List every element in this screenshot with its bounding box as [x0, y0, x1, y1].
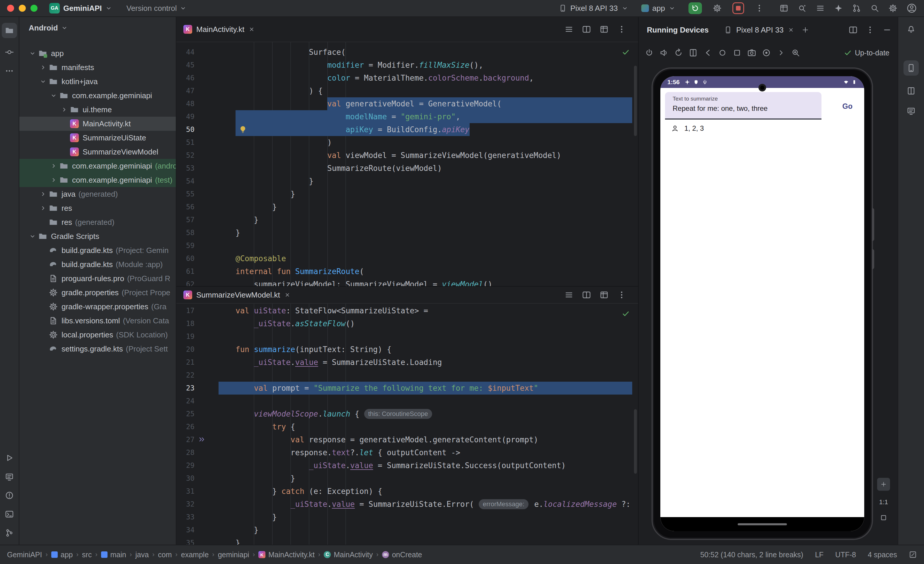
- code-line-60[interactable]: 60@Composable: [176, 252, 638, 265]
- tree-item-libs-versions-toml[interactable]: libs.versions.toml(Version Cata: [20, 314, 176, 328]
- code-line-35[interactable]: 35}: [176, 537, 638, 544]
- code-line-28[interactable]: 28 response.text?.let { outputContent ->: [176, 446, 638, 459]
- tree-item-manifests[interactable]: manifests: [20, 60, 176, 74]
- panel-options-icon[interactable]: [866, 25, 875, 35]
- tree-item-res[interactable]: res(generated): [20, 215, 176, 229]
- running-devices-tool-active[interactable]: [903, 60, 919, 76]
- profile-icon[interactable]: [906, 3, 917, 14]
- code-editor[interactable]: 17val uiState: StateFlow<SummarizeUiStat…: [176, 304, 638, 544]
- breadcrumb-item-src[interactable]: src: [82, 550, 92, 559]
- tree-item-build-gradle-kts[interactable]: build.gradle.kts(Module :app): [20, 257, 176, 271]
- settings-icon[interactable]: [888, 3, 898, 13]
- more-icon[interactable]: [4, 66, 14, 76]
- code-line-24[interactable]: 24: [176, 394, 638, 408]
- code-line-18[interactable]: 18 _uiState.asStateFlow(): [176, 317, 638, 330]
- add-device-tab-icon[interactable]: [801, 26, 810, 34]
- tree-item-kotlin-java[interactable]: kotlin+java: [20, 74, 176, 89]
- code-line-20[interactable]: 20fun summarize(inputText: String) {: [176, 343, 638, 356]
- tree-item-app[interactable]: app: [20, 46, 176, 60]
- device-screen[interactable]: 1:56 Text to summarize Repeat for me: on…: [660, 76, 864, 531]
- device-mirror-icon[interactable]: [779, 3, 789, 13]
- code-line-48[interactable]: 48 val generativeModel = GenerativeModel…: [176, 97, 638, 110]
- close-tab-icon[interactable]: [788, 27, 794, 33]
- code-line-47[interactable]: 47 ) {: [176, 84, 638, 97]
- task-list-icon[interactable]: [816, 3, 825, 13]
- vcs-menu[interactable]: Version control: [126, 4, 187, 13]
- indent-indicator[interactable]: 4 spaces: [868, 550, 897, 559]
- device-explorer-icon[interactable]: [906, 106, 916, 116]
- code-line-31[interactable]: 31 } catch (e: Exception) {: [176, 485, 638, 498]
- line-ending-indicator[interactable]: LF: [815, 550, 824, 559]
- code-line-34[interactable]: 34 }: [176, 523, 638, 537]
- search-icon[interactable]: [870, 3, 879, 13]
- device-tab[interactable]: Pixel 8 API 33: [724, 26, 794, 35]
- commit-icon[interactable]: [4, 48, 14, 57]
- zoom-to-fit-icon[interactable]: [879, 514, 888, 522]
- editor-scrollbar[interactable]: [634, 66, 637, 136]
- project-widget[interactable]: GA GeminiAPI: [49, 3, 112, 14]
- code-line-59[interactable]: 59: [176, 239, 638, 252]
- code-line-29[interactable]: 29 _uiState.value = SummarizeUiState.Suc…: [176, 459, 638, 472]
- editor-tab[interactable]: K SummarizeViewModel.kt: [183, 290, 291, 299]
- code-line-25[interactable]: 25 viewModelScope.launch {this: Coroutin…: [176, 408, 638, 420]
- device-back-tri-icon[interactable]: [703, 48, 712, 57]
- code-line-45[interactable]: 45 modifier = Modifier.fillMaxSize(),: [176, 59, 638, 72]
- split-editor-icon[interactable]: [582, 290, 591, 299]
- breadcrumb-item-java[interactable]: java: [135, 550, 149, 559]
- gemini-icon[interactable]: [834, 3, 843, 13]
- editor-list-icon[interactable]: [564, 290, 574, 299]
- code-line-27[interactable]: 27 val response = generativeModel.genera…: [176, 433, 638, 446]
- code-line-61[interactable]: 61internal fun SummarizeRoute(: [176, 265, 638, 278]
- device-selector[interactable]: Pixel 8 API 33: [559, 4, 628, 13]
- breadcrumb-item-app[interactable]: app: [51, 550, 73, 559]
- inspections-ok-icon[interactable]: [622, 310, 630, 318]
- editor-scrollbar[interactable]: [634, 409, 637, 474]
- tree-item-build-gradle-kts[interactable]: build.gradle.kts(Project: Gemin: [20, 243, 176, 257]
- tree-item-gradle-scripts[interactable]: Gradle Scripts: [20, 229, 176, 243]
- tree-item-gradle-properties[interactable]: gradle.properties(Project Prope: [20, 286, 176, 299]
- device-rotate-icon[interactable]: [674, 48, 683, 57]
- code-line-55[interactable]: 55 }: [176, 188, 638, 200]
- logcat-icon[interactable]: [4, 472, 14, 481]
- terminal-icon[interactable]: [4, 510, 14, 519]
- device-volume-icon[interactable]: [659, 48, 669, 57]
- editor-options-icon[interactable]: [617, 25, 626, 34]
- split-panel-icon[interactable]: [848, 25, 858, 35]
- caret-position[interactable]: 50:52 (140 chars, 2 line breaks): [700, 550, 803, 559]
- device-fold-icon[interactable]: [688, 48, 698, 57]
- tree-item-res[interactable]: res: [20, 201, 176, 215]
- code-line-53[interactable]: 53 SummarizeRoute(viewModel): [176, 162, 638, 175]
- zoom-in-button[interactable]: [877, 478, 890, 491]
- write-access-icon[interactable]: [909, 550, 917, 559]
- close-tab-icon[interactable]: [248, 26, 255, 33]
- close-tab-icon[interactable]: [284, 292, 291, 298]
- tree-item-settings-gradle-kts[interactable]: settings.gradle.kts(Project Sett: [20, 342, 176, 356]
- breadcrumb-item-geminiapi[interactable]: geminiapi: [218, 550, 249, 559]
- tree-item-gradle-wrapper-properties[interactable]: gradle-wrapper.properties(Gra: [20, 299, 176, 314]
- breadcrumb-item-mainactivity[interactable]: CMainActivity: [324, 550, 373, 559]
- code-line-57[interactable]: 57 }: [176, 214, 638, 226]
- device-camera-icon[interactable]: [747, 48, 756, 57]
- tree-item-summarizeviewmodel[interactable]: KSummarizeViewModel: [20, 145, 176, 159]
- breadcrumb-item-main[interactable]: main: [101, 550, 126, 559]
- code-line-33[interactable]: 33 }: [176, 511, 638, 523]
- breadcrumb-item-mainactivity-kt[interactable]: KMainActivity.kt: [258, 550, 315, 559]
- breadcrumb-item-example[interactable]: example: [181, 550, 209, 559]
- run-config-selector[interactable]: app: [641, 4, 676, 13]
- tree-item-ui-theme[interactable]: ui.theme: [20, 102, 176, 117]
- breadcrumb-item-com[interactable]: com: [158, 550, 172, 559]
- intention-bulb-icon[interactable]: [238, 125, 247, 134]
- code-line-19[interactable]: 19: [176, 330, 638, 343]
- device-recents-icon[interactable]: [732, 48, 742, 57]
- tree-item-proguard-rules-pro[interactable]: proguard-rules.pro(ProGuard R: [20, 271, 176, 286]
- code-line-62[interactable]: 62 summarizeViewModel: SummarizeViewMode…: [176, 278, 638, 286]
- encoding-indicator[interactable]: UTF-8: [835, 550, 856, 559]
- go-button[interactable]: Go: [842, 102, 852, 111]
- editor-list-icon[interactable]: [564, 25, 574, 34]
- run-icon[interactable]: [4, 453, 14, 463]
- device-record-icon[interactable]: [762, 48, 771, 57]
- breadcrumb-item-geminiapi[interactable]: GeminiAPI: [7, 550, 42, 559]
- pull-request-icon[interactable]: [852, 3, 861, 13]
- code-line-46[interactable]: 46 color = MaterialTheme.colorScheme.bac…: [176, 72, 638, 84]
- tree-item-com-example-geminiapi[interactable]: com.example.geminiapi(test): [20, 173, 176, 187]
